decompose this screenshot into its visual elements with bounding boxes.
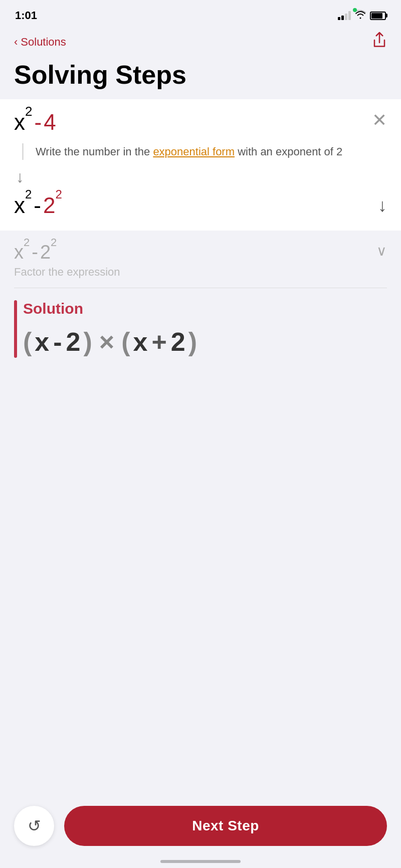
location-dot xyxy=(353,8,357,12)
second-section: x2 - 22 ∨ Factor the expression Solution… xyxy=(0,231,401,371)
step-text: Write the number in the exponential form… xyxy=(36,143,387,160)
share-button[interactable] xyxy=(372,31,387,53)
bottom-spacer xyxy=(0,372,401,452)
bottom-bar: ↺ Next Step xyxy=(0,798,401,868)
page-title: Solving Steps xyxy=(14,61,387,89)
back-label: Solutions xyxy=(21,36,66,49)
result-x: x xyxy=(14,194,25,216)
exponential-form-link[interactable]: exponential form xyxy=(153,145,235,158)
expr-header: x2 - 4 ✕ xyxy=(14,111,387,133)
back-button[interactable]: ‹ Solutions xyxy=(14,36,66,49)
step2-expression: x2 - 22 xyxy=(14,243,57,262)
next-step-button[interactable]: Next Step xyxy=(64,806,387,846)
battery-icon xyxy=(370,12,386,20)
status-bar: 1:01 xyxy=(0,0,401,27)
status-icons xyxy=(338,10,386,22)
result-expression: x2 - 22 xyxy=(14,194,62,216)
step-explanation: Write the number in the exponential form… xyxy=(22,143,387,160)
download-button[interactable]: ↓ xyxy=(378,195,387,216)
page-title-section: Solving Steps xyxy=(0,59,401,99)
close-button[interactable]: ✕ xyxy=(372,111,387,129)
solution-label: Solution xyxy=(23,300,387,317)
main-card: x2 - 4 ✕ Write the number in the exponen… xyxy=(0,99,401,231)
undo-button[interactable]: ↺ xyxy=(14,806,54,846)
wifi-icon xyxy=(355,10,366,22)
result-section: x2 - 22 ↓ xyxy=(14,194,387,216)
second-expr-row: x2 - 22 ∨ xyxy=(14,243,387,262)
left-accent-bar xyxy=(14,300,17,357)
signal-bars-icon xyxy=(338,11,351,20)
arrow-down-icon: ↓ xyxy=(16,168,24,186)
status-time: 1:01 xyxy=(15,9,37,22)
arrow-down-section: ↓ xyxy=(14,168,387,186)
step-text-before: Write the number in the xyxy=(36,145,153,158)
step-text-after: with an exponent of 2 xyxy=(235,145,342,158)
solution-block: Solution ( x - 2 ) × ( x + 2 ) xyxy=(14,300,387,357)
x-var: x xyxy=(14,111,25,133)
home-indicator xyxy=(160,860,241,863)
back-chevron-icon: ‹ xyxy=(14,36,18,49)
divider xyxy=(14,288,387,288)
nav-bar: ‹ Solutions xyxy=(0,27,401,59)
factor-hint: Factor the expression xyxy=(14,266,387,279)
collapse-button[interactable]: ∨ xyxy=(376,243,387,259)
undo-icon: ↺ xyxy=(28,816,41,835)
solution-expression: ( x - 2 ) × ( x + 2 ) xyxy=(23,326,387,357)
step1-expression: x2 - 4 xyxy=(14,111,56,133)
